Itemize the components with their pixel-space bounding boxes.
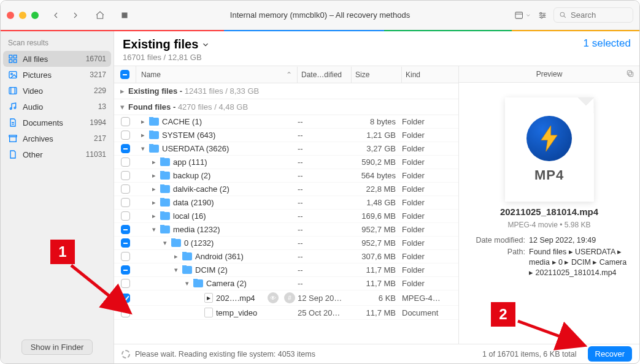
sidebar-item-audio[interactable]: Audio13 [3, 99, 111, 115]
disclosure-icon[interactable]: ▾ [173, 266, 179, 274]
disclosure-icon[interactable]: ▸ [151, 185, 157, 193]
row-checkbox[interactable] [121, 198, 130, 207]
column-date-header[interactable]: Date…dified [298, 67, 352, 83]
row-checkbox[interactable] [121, 308, 130, 317]
row-checkbox[interactable] [121, 238, 130, 248]
row-checkbox[interactable] [121, 144, 130, 153]
table-row[interactable]: ▸CACHE (1)--8 bytesFolder [114, 115, 458, 129]
recover-button[interactable]: Recover [588, 346, 632, 362]
row-checkbox[interactable] [121, 279, 130, 288]
table-row[interactable]: ▸data (2190)--1,48 GBFolder [114, 196, 458, 210]
row-filename: DCIM (2) [195, 265, 228, 275]
picture-icon [8, 70, 18, 80]
disclosure-icon[interactable]: ▸ [151, 172, 157, 180]
disclosure-icon[interactable]: ▾ [140, 145, 146, 153]
row-checkbox[interactable] [121, 117, 130, 126]
row-filename: data (2190) [173, 198, 214, 207]
chevron-down-icon [201, 40, 210, 49]
row-checkbox[interactable] [121, 131, 130, 140]
row-checkbox[interactable] [121, 171, 130, 180]
svg-rect-25 [9, 135, 17, 137]
disclosure-icon[interactable]: ▸ [140, 131, 146, 139]
search-box[interactable] [553, 7, 633, 23]
disclosure-icon[interactable]: ▾ [151, 226, 157, 233]
fullscreen-window-button[interactable] [31, 12, 39, 19]
table-row[interactable]: ▸local (16)--169,6 MBFolder [114, 210, 458, 223]
tree-group[interactable]: ▸Existing files - 12431 files / 8,33 GB [114, 83, 458, 99]
sidebar-item-archives[interactable]: Archives217 [3, 131, 111, 146]
disclosure-icon: ▸ [120, 86, 125, 96]
disclosure-icon[interactable]: ▾ [162, 239, 168, 247]
show-in-finder-button[interactable]: Show in Finder [21, 339, 93, 355]
close-window-button[interactable] [7, 12, 14, 19]
table-row[interactable]: ▾Camera (2)--11,7 MBFolder [114, 277, 458, 290]
row-date: -- [298, 225, 352, 234]
svg-rect-17 [9, 88, 17, 94]
nav-back-button[interactable] [47, 7, 64, 24]
sidebar-item-other[interactable]: Other11031 [3, 146, 111, 162]
stop-button[interactable] [116, 7, 133, 24]
disclosure-icon[interactable]: ▸ [151, 199, 157, 207]
table-row[interactable]: ▸SYSTEM (643)--1,21 GBFolder [114, 129, 458, 142]
nav-forward-button[interactable] [67, 7, 84, 24]
view-menu-button[interactable] [514, 7, 531, 24]
table-row[interactable]: ▾DCIM (2)--11,7 MBFolder [114, 264, 458, 277]
folder-icon [193, 279, 203, 287]
row-checkbox[interactable] [121, 252, 130, 261]
table-row[interactable]: ▶202….mp4👁#12 Sep 20…6 KBMPEG-4… [114, 290, 458, 306]
table-row[interactable]: ▸backup (2)--564 bytesFolder [114, 169, 458, 183]
row-date: -- [298, 157, 352, 167]
svg-rect-14 [13, 59, 17, 63]
table-row[interactable]: ▾media (1232)--952,7 MBFolder [114, 223, 458, 237]
disclosure-icon[interactable]: ▾ [184, 279, 190, 287]
sidebar-item-all-files[interactable]: All files16701 [3, 51, 111, 67]
tree-group[interactable]: ▾Found files - 4270 files / 4,48 GB [114, 99, 458, 115]
folder-icon [149, 145, 159, 153]
column-kind-header[interactable]: Kind [402, 67, 458, 83]
info-button[interactable]: # [284, 292, 295, 303]
home-button[interactable] [91, 7, 109, 24]
search-input[interactable] [571, 10, 620, 20]
row-size: 590,2 MB [352, 157, 402, 167]
disclosure-icon[interactable]: ▸ [173, 252, 179, 260]
table-row[interactable]: ▸dalvik-cache (2)--22,8 MBFolder [114, 183, 458, 196]
table-row[interactable]: ▸Android (361)--307,6 MBFolder [114, 250, 458, 264]
disclosure-icon[interactable]: ▸ [140, 118, 146, 126]
copy-preview-button[interactable] [626, 69, 634, 80]
row-checkbox[interactable] [121, 211, 130, 221]
row-checkbox[interactable] [121, 225, 130, 234]
sidebar-item-video[interactable]: Video229 [3, 83, 111, 99]
row-checkbox[interactable] [121, 157, 130, 167]
svg-rect-13 [9, 59, 12, 63]
folder-icon [160, 212, 170, 220]
row-date: -- [298, 279, 352, 288]
table-row[interactable]: ▸app (111)--590,2 MBFolder [114, 156, 458, 169]
file-tree[interactable]: ▸Existing files - 12431 files / 8,33 GB▾… [114, 83, 458, 344]
preview-eye-button[interactable]: 👁 [268, 292, 279, 303]
disclosure-icon[interactable]: ▸ [151, 212, 157, 220]
select-all-checkbox[interactable] [120, 70, 129, 79]
row-date: -- [298, 265, 352, 275]
main-title[interactable]: Existing files [123, 37, 210, 51]
table-row[interactable]: ▾USERDATA (3626)--3,27 GBFolder [114, 142, 458, 156]
disclosure-icon[interactable]: ▸ [151, 158, 157, 166]
row-checkbox[interactable] [121, 265, 130, 275]
folder-icon [149, 131, 159, 139]
row-checkbox[interactable] [121, 294, 130, 303]
row-size: 8 bytes [352, 117, 402, 126]
settings-button[interactable] [534, 7, 551, 24]
table-row[interactable]: temp_video25 Oct 20…11,7 MBDocument [114, 306, 458, 320]
sidebar-item-pictures[interactable]: Pictures3217 [3, 67, 111, 83]
row-kind: Folder [402, 144, 458, 153]
preview-header: Preview [459, 66, 639, 83]
sidebar: Scan results All files16701Pictures3217V… [1, 31, 114, 363]
column-name-header[interactable]: Name⌃ [136, 67, 298, 83]
column-size-header[interactable]: Size [352, 67, 402, 83]
table-row[interactable]: ▾0 (1232)--952,7 MBFolder [114, 237, 458, 250]
sidebar-item-documents[interactable]: Documents1994 [3, 115, 111, 131]
row-size: 22,8 MB [352, 184, 402, 194]
minimize-window-button[interactable] [19, 12, 26, 19]
folder-icon [149, 118, 159, 126]
row-size: 1,21 GB [352, 131, 402, 140]
row-checkbox[interactable] [121, 184, 130, 194]
